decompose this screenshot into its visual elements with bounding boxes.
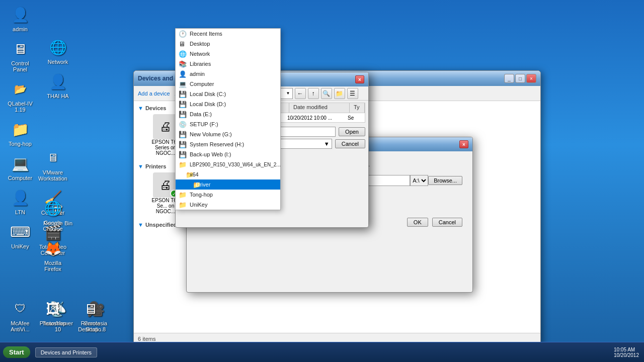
add-device-btn[interactable]: Add a device <box>138 90 170 97</box>
browse-button[interactable]: Browse... <box>428 176 462 185</box>
system-clock: 10:05 AM10/20/2012 <box>609 347 644 358</box>
desktop-icon-mcafee[interactable]: 🛡 McAfee AntiVi... <box>3 297 38 334</box>
dropdown-item-tong-hop[interactable]: 📁 Tong-hop <box>176 190 280 200</box>
lookin-arrow: ▼ <box>286 91 290 96</box>
desktop-icon-tong-hop[interactable]: 📁 Tong-hop <box>3 117 38 149</box>
desktop-icon-network[interactable]: 🌐 Network <box>40 35 75 67</box>
date-column-header[interactable]: Date modified <box>289 103 350 113</box>
path-dropdown[interactable]: A:\ <box>410 175 428 186</box>
desktop-icon-remote[interactable]: 🖥 Remote Desktop... <box>73 297 108 334</box>
lookin-dropdown-menu: 🕐 Recent Items 🖥 Desktop 🌐 Network 📚 Lib… <box>175 28 281 210</box>
back-button[interactable]: ← <box>295 88 306 99</box>
search-button[interactable]: 🔍 <box>321 88 332 99</box>
taskbar-device-manager[interactable]: Devices and Printers <box>35 347 98 357</box>
dropdown-item-system-h[interactable]: 💾 System Reserved (H:) <box>176 139 280 149</box>
close-button[interactable]: × <box>526 74 536 83</box>
file-type: Se <box>348 115 363 121</box>
dropdown-item-backup-i[interactable]: 💾 Back-up Web (I:) <box>176 149 280 159</box>
dropdown-item-lbp2900[interactable]: 📁 LBP2900_R150_V330_W64_uk_EN_2... <box>176 159 280 169</box>
maximize-button[interactable]: □ <box>515 74 525 83</box>
dropdown-item-x64[interactable]: 📁 x64 <box>176 169 280 179</box>
desktop-icon-admin[interactable]: 👤 admin <box>3 3 38 34</box>
ok-button[interactable]: OK <box>407 218 428 227</box>
desktop-icon-chrome[interactable]: 🌐 Google Chrome <box>35 196 70 234</box>
dropdown-item-desktop[interactable]: 🖥 Desktop <box>176 39 280 49</box>
taskbar: Start Devices and Printers 10:05 AM10/20… <box>0 342 644 362</box>
desktop-icon-firefox[interactable]: 🦊 Mozilla Firefox <box>35 236 70 274</box>
desktop: 👤 admin 🖥 Control Panel 📂 QLabel-IV 1.19… <box>0 0 644 362</box>
install-dialog-close[interactable]: × <box>459 140 468 148</box>
desktop-icon-thai-ha[interactable]: 👤 THAI HA <box>40 69 75 101</box>
type-column-header[interactable]: Ty <box>350 103 365 113</box>
dropdown-item-recent[interactable]: 🕐 Recent Items <box>176 29 280 39</box>
dropdown-item-admin[interactable]: 👤 admin <box>176 69 280 79</box>
locate-close-button[interactable]: × <box>355 75 364 83</box>
desktop-icon-computer[interactable]: 💻 Computer <box>3 151 38 183</box>
dropdown-item-driver[interactable]: 📁 Driver <box>176 179 280 190</box>
dropdown-item-network[interactable]: 🌐 Network <box>176 49 280 59</box>
start-button[interactable]: Start <box>3 346 30 358</box>
dropdown-item-libraries[interactable]: 📚 Libraries <box>176 59 280 69</box>
minimize-button[interactable]: _ <box>504 74 514 83</box>
dropdown-item-computer[interactable]: 💻 Computer <box>176 79 280 89</box>
taskbar-items: Devices and Printers <box>33 347 609 357</box>
desktop-icon-control-panel[interactable]: 🖥 Control Panel <box>3 37 38 74</box>
dropdown-item-data-e[interactable]: 💾 Data (E:) <box>176 109 280 119</box>
locate-cancel-button[interactable]: Cancel <box>335 139 365 148</box>
dropdown-item-setup-f[interactable]: 💿 SETUP (F:) <box>176 119 280 129</box>
desktop-icon-unikey[interactable]: ⌨ UniKey <box>3 220 38 251</box>
file-date: 10/20/2012 10:00 ... <box>287 115 348 121</box>
dropdown-item-new-volume-g[interactable]: 💾 New Volume (G:) <box>176 129 280 139</box>
desktop-icon-photoshop[interactable]: 🖼 Photoshop <box>35 297 70 334</box>
view-button[interactable]: ☰ <box>347 88 358 99</box>
dropdown-item-local-c[interactable]: 💾 Local Disk (C:) <box>176 89 280 99</box>
desktop-icon-qlabel[interactable]: 📂 QLabel-IV 1.19 <box>3 77 38 115</box>
window-controls: _ □ × <box>504 74 536 83</box>
open-button[interactable]: Open <box>339 127 365 136</box>
desktop-icon-vmware[interactable]: 🖥 VMware Workstation <box>35 146 70 184</box>
dropdown-item-unikey[interactable]: 📁 UniKey <box>176 200 280 210</box>
desktop-icon-ltn[interactable]: 👤 LTN <box>3 186 38 217</box>
new-folder-button[interactable]: 📁 <box>334 88 345 99</box>
cancel-button-install[interactable]: Cancel <box>432 218 462 227</box>
dropdown-item-local-d[interactable]: 💾 Local Disk (D:) <box>176 99 280 109</box>
up-button[interactable]: ↑ <box>308 88 319 99</box>
